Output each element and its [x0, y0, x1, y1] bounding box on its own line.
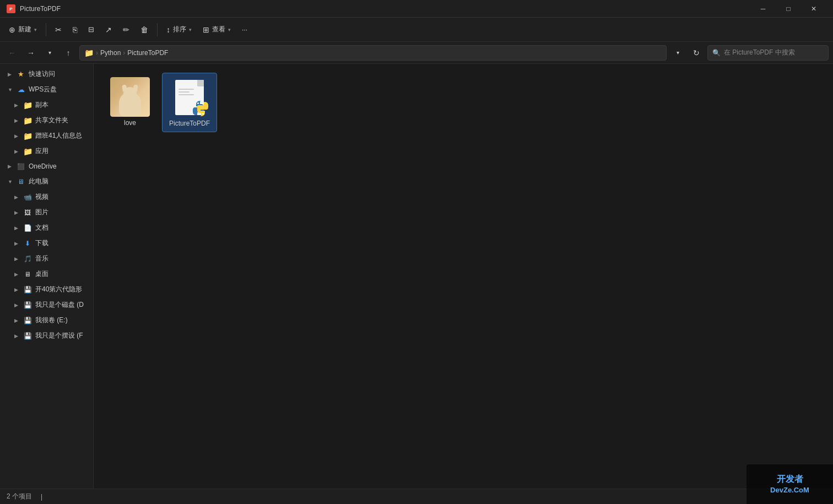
new-button[interactable]: ⊕ 新建 ▾: [4, 22, 41, 37]
chevron-icon: ▶: [14, 272, 20, 277]
sidebar-item-wps-cloud[interactable]: ▼ ☁ WPS云盘: [2, 82, 91, 97]
breadcrumb-picturetopdf[interactable]: PictureToPDF: [127, 49, 168, 57]
sidebar-item-quick-access[interactable]: ▶ ★ 快速访问: [2, 67, 91, 82]
sidebar-item-drive-kai[interactable]: ▶ 💾 开40第六代隐形: [2, 282, 91, 297]
refresh-button[interactable]: ↻: [689, 45, 704, 61]
delete-button[interactable]: 🗑: [136, 23, 153, 37]
chevron-icon: ▶: [14, 287, 20, 292]
rename-icon: ✏: [123, 25, 129, 34]
view-button[interactable]: ⊞ 查看 ▾: [198, 22, 235, 37]
copy-button[interactable]: ⎘: [68, 23, 82, 37]
cloud-icon: ☁: [17, 85, 25, 94]
alpaca-image: [110, 77, 150, 117]
sidebar-item-label: 图片: [35, 208, 86, 217]
toolbar-separator-2: [157, 23, 158, 36]
breadcrumb-folder-icon: 📁: [84, 48, 94, 57]
sidebar-item-label: 应用: [35, 147, 86, 156]
sidebar-item-fubun[interactable]: ▶ 📁 副本: [2, 97, 91, 112]
minimize-button[interactable]: ─: [750, 0, 776, 18]
chevron-icon: ▶: [14, 149, 20, 154]
maximize-button[interactable]: □: [776, 0, 801, 18]
share-button[interactable]: ↗: [101, 23, 116, 37]
breadcrumb-python[interactable]: Python: [100, 49, 121, 57]
python-logo-svg: [192, 100, 209, 117]
sidebar-item-music[interactable]: ▶ 🎵 音乐: [2, 251, 91, 266]
download-icon: ⬇: [23, 239, 32, 248]
search-icon: 🔍: [712, 49, 721, 57]
sidebar-item-drive-d[interactable]: ▶ 💾 我只是个磁盘 (D: [2, 297, 91, 312]
sidebar-item-label: WPS云盘: [29, 85, 86, 94]
chevron-icon: ▶: [14, 302, 20, 308]
sidebar-item-shared[interactable]: ▶ 📁 共享文件夹: [2, 113, 91, 128]
search-box[interactable]: 🔍 在 PictureToPDF 中搜索: [707, 45, 829, 61]
rename-button[interactable]: ✏: [118, 23, 134, 37]
sidebar-item-label: 桌面: [35, 269, 86, 279]
view-icon: ⊞: [203, 25, 209, 34]
star-icon: ★: [17, 70, 25, 79]
folder-icon: 📁: [23, 132, 32, 140]
sidebar-item-documents[interactable]: ▶ 📄 文档: [2, 220, 91, 235]
breadcrumb-dropdown-button[interactable]: ▾: [670, 45, 685, 61]
chevron-icon: ▶: [14, 225, 20, 231]
svg-point-2: [197, 102, 199, 104]
sidebar-item-label: 共享文件夹: [35, 116, 86, 125]
folder-icon: 📁: [23, 147, 32, 156]
sidebar-item-label: 下载: [35, 239, 86, 248]
cut-button[interactable]: ✂: [51, 23, 66, 37]
sidebar-item-label: 音乐: [35, 254, 86, 263]
file-item-love[interactable]: love: [102, 73, 158, 132]
sidebar-item-drive-e[interactable]: ▶ 💾 我很卷 (E:): [2, 313, 91, 328]
sidebar-item-this-pc[interactable]: ▼ 🖥 此电脑: [2, 174, 91, 189]
sidebar-item-label: 快速访问: [29, 69, 86, 79]
sidebar-item-drive-f[interactable]: ▶ 💾 我只是个摆设 (F: [2, 328, 91, 343]
more-button[interactable]: ···: [237, 23, 252, 36]
folder-icon: 📁: [23, 101, 32, 110]
item-count: 2 个项目: [7, 492, 32, 501]
sidebar-item-label: 我只是个摆设 (F: [35, 331, 86, 340]
toolbar-separator-1: [46, 23, 46, 36]
file-name-love: love: [124, 119, 136, 127]
chevron-icon: ▶: [14, 133, 20, 139]
sidebar-item-onedrive[interactable]: ▶ ⬛ OneDrive: [2, 159, 91, 174]
sidebar-item-label: 蹭班41人信息总: [35, 131, 86, 140]
sidebar-item-apps[interactable]: ▶ 📁 应用: [2, 144, 91, 159]
copy-icon: ⎘: [73, 25, 77, 34]
new-icon: ⊕: [9, 25, 15, 34]
title-bar-left: P PictureToPDF: [7, 4, 61, 13]
image-icon: 🖼: [23, 208, 32, 217]
chevron-icon: ▶: [14, 241, 20, 246]
sort-button[interactable]: ↕ 排序 ▾: [162, 22, 196, 37]
search-placeholder: 在 PictureToPDF 中搜索: [724, 48, 795, 57]
sidebar-item-label: 视频: [35, 192, 86, 202]
file-item-picturetopdf[interactable]: PictureToPDF: [162, 73, 217, 132]
desktop-icon: 🖥: [23, 270, 32, 279]
music-icon: 🎵: [23, 254, 32, 263]
sidebar-item-label: 开40第六代隐形: [35, 285, 86, 294]
new-label: 新建: [18, 25, 31, 34]
close-button[interactable]: ✕: [801, 0, 826, 18]
chevron-icon: ▶: [8, 164, 13, 169]
sidebar-item-label: 文档: [35, 223, 86, 232]
sidebar-item-desktop[interactable]: ▶ 🖥 桌面: [2, 267, 91, 281]
chevron-icon: ▼: [8, 87, 13, 93]
breadcrumb-sep-0: ›: [96, 49, 98, 57]
drive-icon: 💾: [23, 316, 32, 325]
sidebar-item-cengban[interactable]: ▶ 📁 蹭班41人信息总: [2, 128, 91, 143]
paste-button[interactable]: ⊟: [84, 23, 99, 36]
document-icon: 📄: [23, 224, 32, 232]
sidebar-item-downloads[interactable]: ▶ ⬇ 下载: [2, 236, 91, 251]
share-icon: ↗: [105, 25, 112, 34]
forward-button[interactable]: →: [23, 45, 39, 61]
chevron-icon: ▶: [14, 118, 20, 123]
back-button[interactable]: ←: [4, 45, 20, 61]
chevron-icon: ▼: [8, 179, 13, 185]
sidebar-item-images[interactable]: ▶ 🖼 图片: [2, 205, 91, 220]
file-thumbnail-love: [110, 77, 150, 117]
chevron-icon: ▶: [14, 256, 20, 262]
new-chevron-icon: ▾: [34, 27, 37, 32]
up-dropdown-button[interactable]: ▾: [42, 45, 57, 61]
sidebar-item-video[interactable]: ▶ 📹 视频: [2, 189, 91, 204]
computer-icon: 🖥: [17, 177, 25, 186]
parent-button[interactable]: ↑: [61, 45, 76, 61]
sort-label: 排序: [173, 25, 186, 34]
